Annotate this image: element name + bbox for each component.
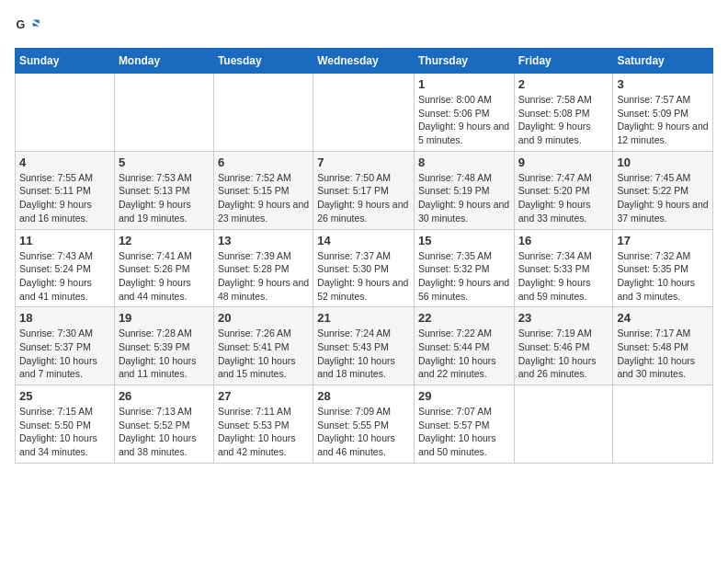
day-number: 24 (617, 311, 709, 325)
calendar-cell: 23Sunrise: 7:19 AMSunset: 5:46 PMDayligh… (514, 307, 613, 385)
week-row-2: 4Sunrise: 7:55 AMSunset: 5:11 PMDaylight… (16, 151, 713, 229)
header: G (15, 15, 713, 40)
day-number: 11 (19, 234, 110, 247)
week-row-1: 1Sunrise: 8:00 AMSunset: 5:06 PMDaylight… (16, 74, 713, 152)
calendar-table: SundayMondayTuesdayWednesdayThursdayFrid… (15, 48, 713, 464)
day-info: Sunrise: 7:30 AMSunset: 5:37 PMDaylight:… (19, 327, 110, 381)
calendar-cell: 15Sunrise: 7:35 AMSunset: 5:32 PMDayligh… (414, 229, 514, 307)
day-info: Sunrise: 7:55 AMSunset: 5:11 PMDaylight:… (19, 171, 110, 225)
day-number: 4 (19, 155, 110, 169)
day-info: Sunrise: 7:52 AMSunset: 5:15 PMDaylight:… (218, 171, 309, 225)
day-info: Sunrise: 7:11 AMSunset: 5:53 PMDaylight:… (218, 405, 309, 459)
day-number: 9 (518, 155, 609, 169)
calendar-cell: 25Sunrise: 7:15 AMSunset: 5:50 PMDayligh… (16, 385, 115, 464)
day-info: Sunrise: 7:07 AMSunset: 5:57 PMDaylight:… (418, 405, 510, 459)
col-header-saturday: Saturday (613, 49, 713, 74)
day-info: Sunrise: 7:34 AMSunset: 5:33 PMDaylight:… (518, 249, 609, 304)
day-number: 22 (418, 311, 510, 325)
calendar-cell: 3Sunrise: 7:57 AMSunset: 5:09 PMDaylight… (613, 74, 713, 152)
col-header-tuesday: Tuesday (213, 49, 313, 74)
day-number: 13 (218, 234, 309, 247)
calendar-cell: 17Sunrise: 7:32 AMSunset: 5:35 PMDayligh… (613, 229, 713, 307)
day-info: Sunrise: 7:26 AMSunset: 5:41 PMDaylight:… (218, 327, 309, 381)
day-number: 12 (119, 234, 210, 247)
header-row: SundayMondayTuesdayWednesdayThursdayFrid… (16, 49, 713, 74)
week-row-4: 18Sunrise: 7:30 AMSunset: 5:37 PMDayligh… (16, 307, 713, 385)
day-number: 21 (317, 311, 410, 325)
day-number: 18 (19, 311, 110, 325)
day-info: Sunrise: 7:41 AMSunset: 5:26 PMDaylight:… (119, 249, 210, 304)
day-info: Sunrise: 7:13 AMSunset: 5:52 PMDaylight:… (119, 405, 210, 459)
day-number: 29 (418, 389, 510, 403)
day-info: Sunrise: 7:47 AMSunset: 5:20 PMDaylight:… (518, 171, 609, 225)
calendar-cell: 21Sunrise: 7:24 AMSunset: 5:43 PMDayligh… (313, 307, 415, 385)
calendar-cell: 28Sunrise: 7:09 AMSunset: 5:55 PMDayligh… (313, 385, 415, 464)
calendar-cell: 27Sunrise: 7:11 AMSunset: 5:53 PMDayligh… (213, 385, 313, 464)
day-number: 14 (317, 234, 410, 247)
calendar-cell (613, 385, 713, 464)
day-info: Sunrise: 7:15 AMSunset: 5:50 PMDaylight:… (19, 405, 110, 459)
day-info: Sunrise: 7:37 AMSunset: 5:30 PMDaylight:… (317, 249, 410, 304)
day-info: Sunrise: 7:45 AMSunset: 5:22 PMDaylight:… (617, 171, 709, 225)
calendar-cell: 7Sunrise: 7:50 AMSunset: 5:17 PMDaylight… (313, 151, 415, 229)
svg-text:G: G (16, 18, 25, 31)
calendar-cell: 24Sunrise: 7:17 AMSunset: 5:48 PMDayligh… (613, 307, 713, 385)
day-number: 27 (218, 389, 309, 403)
day-number: 20 (218, 311, 309, 325)
calendar-cell: 12Sunrise: 7:41 AMSunset: 5:26 PMDayligh… (114, 229, 213, 307)
day-number: 5 (119, 155, 210, 169)
day-info: Sunrise: 7:39 AMSunset: 5:28 PMDaylight:… (218, 249, 309, 304)
day-info: Sunrise: 7:58 AMSunset: 5:08 PMDaylight:… (518, 93, 609, 147)
col-header-monday: Monday (114, 49, 213, 74)
calendar-cell: 8Sunrise: 7:48 AMSunset: 5:19 PMDaylight… (414, 151, 514, 229)
col-header-thursday: Thursday (414, 49, 514, 74)
day-number: 15 (418, 234, 510, 247)
calendar-cell: 2Sunrise: 7:58 AMSunset: 5:08 PMDaylight… (514, 74, 613, 152)
day-number: 16 (518, 234, 609, 247)
day-number: 10 (617, 155, 709, 169)
day-info: Sunrise: 7:43 AMSunset: 5:24 PMDaylight:… (19, 249, 110, 304)
calendar-cell: 10Sunrise: 7:45 AMSunset: 5:22 PMDayligh… (613, 151, 713, 229)
day-number: 1 (418, 77, 510, 91)
calendar-cell: 18Sunrise: 7:30 AMSunset: 5:37 PMDayligh… (16, 307, 115, 385)
calendar-cell: 11Sunrise: 7:43 AMSunset: 5:24 PMDayligh… (16, 229, 115, 307)
calendar-cell: 13Sunrise: 7:39 AMSunset: 5:28 PMDayligh… (213, 229, 313, 307)
day-number: 17 (617, 234, 709, 247)
day-number: 19 (119, 311, 210, 325)
day-info: Sunrise: 7:19 AMSunset: 5:46 PMDaylight:… (518, 327, 609, 381)
logo: G (15, 15, 44, 40)
calendar-cell: 26Sunrise: 7:13 AMSunset: 5:52 PMDayligh… (114, 385, 213, 464)
day-number: 25 (19, 389, 110, 403)
calendar-cell: 22Sunrise: 7:22 AMSunset: 5:44 PMDayligh… (414, 307, 514, 385)
col-header-sunday: Sunday (16, 49, 115, 74)
day-info: Sunrise: 7:53 AMSunset: 5:13 PMDaylight:… (119, 171, 210, 225)
day-number: 6 (218, 155, 309, 169)
calendar-cell (213, 74, 313, 152)
day-info: Sunrise: 7:24 AMSunset: 5:43 PMDaylight:… (317, 327, 410, 381)
calendar-cell: 19Sunrise: 7:28 AMSunset: 5:39 PMDayligh… (114, 307, 213, 385)
day-info: Sunrise: 7:48 AMSunset: 5:19 PMDaylight:… (418, 171, 510, 225)
day-number: 26 (119, 389, 210, 403)
calendar-cell: 29Sunrise: 7:07 AMSunset: 5:57 PMDayligh… (414, 385, 514, 464)
calendar-cell: 16Sunrise: 7:34 AMSunset: 5:33 PMDayligh… (514, 229, 613, 307)
calendar-cell (313, 74, 415, 152)
calendar-cell (114, 74, 213, 152)
day-number: 2 (518, 77, 609, 91)
day-info: Sunrise: 8:00 AMSunset: 5:06 PMDaylight:… (418, 93, 510, 147)
calendar-cell: 14Sunrise: 7:37 AMSunset: 5:30 PMDayligh… (313, 229, 415, 307)
day-info: Sunrise: 7:22 AMSunset: 5:44 PMDaylight:… (418, 327, 510, 381)
day-number: 8 (418, 155, 510, 169)
calendar-cell: 9Sunrise: 7:47 AMSunset: 5:20 PMDaylight… (514, 151, 613, 229)
calendar-cell: 5Sunrise: 7:53 AMSunset: 5:13 PMDaylight… (114, 151, 213, 229)
col-header-friday: Friday (514, 49, 613, 74)
calendar-cell: 1Sunrise: 8:00 AMSunset: 5:06 PMDaylight… (414, 74, 514, 152)
day-info: Sunrise: 7:50 AMSunset: 5:17 PMDaylight:… (317, 171, 410, 225)
week-row-3: 11Sunrise: 7:43 AMSunset: 5:24 PMDayligh… (16, 229, 713, 307)
day-number: 23 (518, 311, 609, 325)
calendar-cell: 4Sunrise: 7:55 AMSunset: 5:11 PMDaylight… (16, 151, 115, 229)
day-number: 28 (317, 389, 410, 403)
logo-icon: G (15, 15, 40, 40)
day-number: 7 (317, 155, 410, 169)
day-info: Sunrise: 7:09 AMSunset: 5:55 PMDaylight:… (317, 405, 410, 459)
calendar-cell (16, 74, 115, 152)
